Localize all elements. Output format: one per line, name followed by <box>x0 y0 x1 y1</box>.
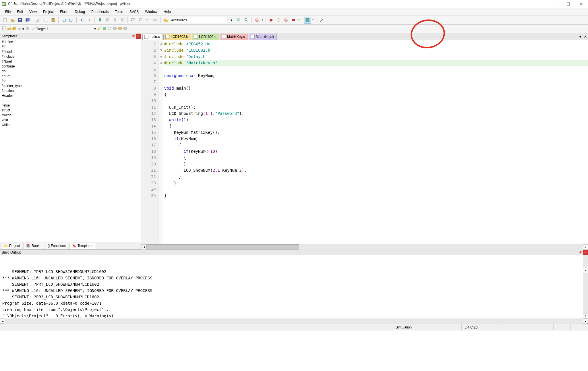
manage-rte-button[interactable] <box>113 26 117 32</box>
configure-button[interactable] <box>318 17 325 24</box>
code-content[interactable]: #include <REGX52.H>#include "LCD1602.h"#… <box>163 40 588 244</box>
fold-column[interactable]: ⊟⊟⊟⊟ <box>158 40 163 244</box>
build-vscroll[interactable]: ▴ ▾ <box>583 255 588 318</box>
scroll-track[interactable] <box>146 244 583 250</box>
rebuild-button[interactable] <box>12 26 17 32</box>
menu-file[interactable]: File <box>2 9 13 15</box>
find-combo[interactable]: 46580829 <box>170 17 227 23</box>
manage-button[interactable] <box>107 26 112 32</box>
tab-project[interactable]: 📁Project <box>1 243 22 249</box>
uncomment-button[interactable]: //≢ <box>152 17 159 24</box>
save-button[interactable] <box>17 17 24 24</box>
editor-hscroll[interactable]: ◂ ▸ <box>141 244 588 249</box>
tab-functions[interactable]: {} Functions <box>45 243 68 249</box>
nav-back-button[interactable] <box>78 17 85 24</box>
target-dropdown[interactable]: ▾ <box>94 27 96 31</box>
template-item[interactable]: continue <box>2 64 139 69</box>
build-output-content[interactable]: SEGMENT: ?PR?_LCD_SHOWSIGNEDNUM?LCD1602*… <box>0 255 588 318</box>
templates-list[interactable]: #define#if#ifndef#include@briefcontinued… <box>0 39 141 242</box>
menu-tools[interactable]: Tools <box>112 9 126 15</box>
template-item[interactable]: #include <box>2 54 139 59</box>
maximize-button[interactable]: ☐ <box>562 0 575 8</box>
menu-view[interactable]: View <box>26 9 40 15</box>
comment-button[interactable]: //≡ <box>144 17 151 24</box>
stop-build-button[interactable] <box>25 26 30 32</box>
template-item[interactable]: do <box>2 69 139 74</box>
template-item[interactable]: enum <box>2 74 139 79</box>
window-layout-button[interactable] <box>304 17 311 24</box>
breakpoint-kill-button[interactable] <box>290 17 297 24</box>
menu-project[interactable]: Project <box>40 9 57 15</box>
cut-button[interactable] <box>35 17 42 24</box>
build-scroll-left[interactable]: ◂ <box>0 318 5 324</box>
menu-svcs[interactable]: SVCS <box>127 9 142 15</box>
file-ext-button[interactable] <box>102 26 107 32</box>
tab-matrixkey-c[interactable]: MatrixKey.c <box>220 34 248 40</box>
template-item[interactable]: while <box>2 123 139 127</box>
template-item[interactable]: struct <box>2 108 139 113</box>
bookmark-next-button[interactable] <box>111 17 118 24</box>
tab-menu-button[interactable]: ▾ <box>578 34 583 39</box>
breakpoint-enable-button[interactable] <box>275 17 282 24</box>
window-dropdown[interactable]: ▾ <box>312 17 314 23</box>
target-options-button[interactable] <box>96 26 101 32</box>
copy-button[interactable] <box>42 17 49 24</box>
menu-debug[interactable]: Debug <box>72 9 88 15</box>
menu-help[interactable]: Help <box>161 9 174 15</box>
incremental-find-button[interactable] <box>243 17 250 24</box>
pin-button[interactable]: 📌 <box>131 34 136 39</box>
template-item[interactable]: void <box>2 118 139 123</box>
template-item[interactable]: switch <box>2 113 139 118</box>
breakpoint-dropdown[interactable]: ▾ <box>297 17 300 23</box>
build-scroll-up[interactable]: ▴ <box>583 268 588 273</box>
outdent-button[interactable] <box>137 17 144 24</box>
tab-lcd1602-h[interactable]: LCD1602.h <box>163 34 191 40</box>
menu-window[interactable]: Window <box>142 9 160 15</box>
tab-close-button[interactable]: ✕ <box>583 34 588 39</box>
template-item[interactable]: fpointer_type <box>2 84 139 88</box>
template-item[interactable]: @brief <box>2 59 139 64</box>
tab-main-c[interactable]: main.c <box>142 34 163 40</box>
close-button[interactable]: ✕ <box>575 0 588 8</box>
template-item[interactable]: for <box>2 79 139 84</box>
scroll-right-button[interactable]: ▸ <box>583 244 588 250</box>
open-file-button[interactable] <box>9 17 16 24</box>
nav-forward-button[interactable] <box>86 17 93 24</box>
tab-lcd1602-c[interactable]: LCD1602.c <box>192 34 219 40</box>
paste-button[interactable] <box>50 17 57 24</box>
template-item[interactable]: ifelse <box>2 103 139 108</box>
minimize-button[interactable]: ─ <box>548 0 562 8</box>
template-item[interactable]: function <box>2 88 139 93</box>
template-item[interactable]: #if <box>2 45 139 49</box>
batch-dropdown[interactable]: ▾ <box>22 27 24 31</box>
template-item[interactable]: #define <box>2 40 139 45</box>
target-combo[interactable]: Target 1 <box>36 27 94 31</box>
find-next-button[interactable] <box>235 17 242 24</box>
build-scroll-down[interactable]: ▾ <box>583 313 588 318</box>
template-item[interactable]: Header <box>2 93 139 98</box>
batch-build-button[interactable] <box>17 26 22 32</box>
bookmark-clear-button[interactable] <box>119 17 126 24</box>
indent-button[interactable] <box>129 17 136 24</box>
tab-matrixkey-h[interactable]: MatrixKey.h <box>249 34 277 40</box>
save-all-button[interactable] <box>24 17 31 24</box>
breakpoint-disable-button[interactable] <box>283 17 289 24</box>
scroll-left-button[interactable]: ◂ <box>141 244 146 250</box>
bookmark-prev-button[interactable] <box>104 17 111 24</box>
build-target-button[interactable] <box>7 26 11 32</box>
debug-button[interactable] <box>254 17 260 24</box>
tab-books[interactable]: 📚Books <box>24 243 44 249</box>
build-scroll-right[interactable]: ▸ <box>583 318 588 324</box>
pack-installer-button[interactable] <box>123 26 127 32</box>
build-close-button[interactable]: ✕ <box>583 250 588 255</box>
tab-templates[interactable]: 🔖Templates <box>69 243 96 249</box>
templates-close-button[interactable]: ✕ <box>136 34 141 39</box>
translate-button[interactable] <box>2 26 6 32</box>
select-pack-button[interactable] <box>118 26 122 32</box>
find-dropdown[interactable]: ▾ <box>228 17 235 24</box>
menu-peripherals[interactable]: Peripherals <box>88 9 112 15</box>
breakpoint-insert-button[interactable] <box>268 17 274 24</box>
build-pin-button[interactable]: 📌 <box>578 250 583 255</box>
build-hscroll[interactable]: ◂ ▸ <box>0 318 588 324</box>
code-editor[interactable]: 1234567891011121314151617181920212223242… <box>141 40 588 244</box>
